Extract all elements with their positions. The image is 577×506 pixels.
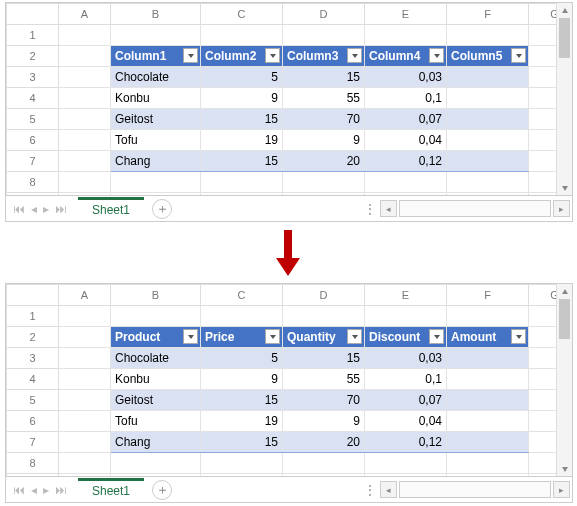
nav-next-icon[interactable]: ▸ <box>43 483 49 497</box>
filter-dropdown-icon[interactable] <box>429 48 444 63</box>
hscroll-grip-icon[interactable]: ⋮ <box>364 202 376 216</box>
table-data-cell[interactable] <box>447 390 529 411</box>
row-header[interactable]: 1 <box>7 25 59 46</box>
table-data-cell[interactable] <box>447 109 529 130</box>
hscroll-right-icon[interactable]: ▸ <box>553 200 570 217</box>
table-data-cell[interactable]: 9 <box>283 411 365 432</box>
table-data-cell[interactable]: 15 <box>283 348 365 369</box>
col-header[interactable]: C <box>201 285 283 306</box>
filter-dropdown-icon[interactable] <box>429 329 444 344</box>
cell[interactable] <box>59 327 111 348</box>
scroll-thumb[interactable] <box>559 299 570 339</box>
hscroll-right-icon[interactable]: ▸ <box>553 481 570 498</box>
nav-first-icon[interactable]: ⏮ <box>13 202 25 216</box>
sheet-nav-buttons[interactable]: ⏮ ◂ ▸ ⏭ <box>6 483 74 497</box>
filter-dropdown-icon[interactable] <box>183 48 198 63</box>
table-data-cell[interactable]: 9 <box>201 369 283 390</box>
table-header-cell[interactable]: Column5 <box>447 46 529 67</box>
table-data-cell[interactable]: 20 <box>283 432 365 453</box>
add-sheet-button[interactable]: ＋ <box>152 480 172 500</box>
table-header-cell[interactable]: Quantity <box>283 327 365 348</box>
vertical-scrollbar[interactable] <box>556 3 572 195</box>
table-data-cell[interactable]: 55 <box>283 88 365 109</box>
table-header-cell[interactable]: Column3 <box>283 46 365 67</box>
table-data-cell[interactable]: 0,04 <box>365 411 447 432</box>
select-all-corner[interactable] <box>7 4 59 25</box>
table-header-cell[interactable]: Amount <box>447 327 529 348</box>
table-header-cell[interactable]: Price <box>201 327 283 348</box>
table-data-cell[interactable]: 70 <box>283 390 365 411</box>
cell[interactable] <box>111 25 201 46</box>
cell[interactable] <box>283 306 365 327</box>
cell[interactable] <box>201 25 283 46</box>
table-data-cell[interactable]: Geitost <box>111 390 201 411</box>
table-data-cell[interactable] <box>447 432 529 453</box>
filter-dropdown-icon[interactable] <box>265 329 280 344</box>
table-data-cell[interactable]: 0,03 <box>365 67 447 88</box>
scroll-track[interactable] <box>557 18 572 180</box>
cell[interactable] <box>111 453 201 474</box>
scroll-down-icon[interactable] <box>557 461 572 476</box>
table-data-cell[interactable]: 55 <box>283 369 365 390</box>
table-data-cell[interactable]: Chocolate <box>111 67 201 88</box>
col-header[interactable]: E <box>365 285 447 306</box>
sheet-tab-active[interactable]: Sheet1 <box>78 197 144 220</box>
table-data-cell[interactable]: 70 <box>283 109 365 130</box>
table-data-cell[interactable]: 0,04 <box>365 130 447 151</box>
table-data-cell[interactable]: 0,03 <box>365 348 447 369</box>
cell[interactable] <box>59 348 111 369</box>
table-data-cell[interactable]: 15 <box>283 67 365 88</box>
cell[interactable] <box>365 172 447 193</box>
nav-last-icon[interactable]: ⏭ <box>55 483 67 497</box>
cell[interactable] <box>447 453 529 474</box>
table-data-cell[interactable]: Konbu <box>111 88 201 109</box>
select-all-corner[interactable] <box>7 285 59 306</box>
row-header[interactable]: 2 <box>7 327 59 348</box>
table-data-cell[interactable]: Konbu <box>111 369 201 390</box>
scroll-track[interactable] <box>557 299 572 461</box>
cell[interactable] <box>283 453 365 474</box>
table-data-cell[interactable] <box>447 348 529 369</box>
col-header[interactable]: A <box>59 285 111 306</box>
cell[interactable] <box>447 306 529 327</box>
grid-area[interactable]: A B C D E F G 12Column1Column2Column3Col… <box>6 3 572 195</box>
add-sheet-button[interactable]: ＋ <box>152 199 172 219</box>
cell[interactable] <box>59 390 111 411</box>
table-data-cell[interactable]: 19 <box>201 130 283 151</box>
cell[interactable] <box>111 306 201 327</box>
table-header-cell[interactable]: Column2 <box>201 46 283 67</box>
col-header[interactable]: E <box>365 4 447 25</box>
cell[interactable] <box>59 151 111 172</box>
table-data-cell[interactable]: 0,12 <box>365 432 447 453</box>
nav-prev-icon[interactable]: ◂ <box>31 202 37 216</box>
scroll-up-icon[interactable] <box>557 284 572 299</box>
table-data-cell[interactable]: Chocolate <box>111 348 201 369</box>
table-data-cell[interactable]: 15 <box>201 151 283 172</box>
cell[interactable] <box>59 109 111 130</box>
table-header-cell[interactable]: Column1 <box>111 46 201 67</box>
nav-first-icon[interactable]: ⏮ <box>13 483 25 497</box>
hscroll-left-icon[interactable]: ◂ <box>380 200 397 217</box>
row-header[interactable]: 6 <box>7 130 59 151</box>
cell[interactable] <box>59 25 111 46</box>
scroll-thumb[interactable] <box>559 18 570 58</box>
row-header[interactable]: 8 <box>7 453 59 474</box>
col-header[interactable]: A <box>59 4 111 25</box>
cell[interactable] <box>59 172 111 193</box>
row-header[interactable]: 3 <box>7 67 59 88</box>
cell[interactable] <box>365 25 447 46</box>
row-header[interactable]: 1 <box>7 306 59 327</box>
cell[interactable] <box>201 172 283 193</box>
row-header[interactable]: 6 <box>7 411 59 432</box>
col-header[interactable]: F <box>447 4 529 25</box>
cell[interactable] <box>111 172 201 193</box>
table-data-cell[interactable]: 0,1 <box>365 88 447 109</box>
cell[interactable] <box>59 369 111 390</box>
filter-dropdown-icon[interactable] <box>265 48 280 63</box>
table-data-cell[interactable]: 9 <box>201 88 283 109</box>
filter-dropdown-icon[interactable] <box>183 329 198 344</box>
table-data-cell[interactable] <box>447 88 529 109</box>
row-header[interactable]: 7 <box>7 151 59 172</box>
cell[interactable] <box>59 432 111 453</box>
filter-dropdown-icon[interactable] <box>347 329 362 344</box>
